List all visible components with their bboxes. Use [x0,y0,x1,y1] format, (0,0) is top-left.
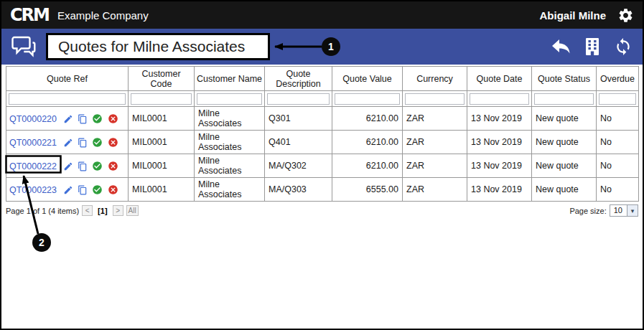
crm-logo: CRM [10,5,49,25]
reject-icon[interactable] [108,137,118,148]
filter-input[interactable] [9,93,126,105]
quote-ref-cell: QT0000223 [6,178,129,202]
column-header[interactable]: Quote Status [532,67,597,91]
quotes-table: Quote RefCustomer CodeCustomer NameQuote… [6,66,639,202]
table-row: QT0000220 MIL0001 Milne Associates Q301 … [6,107,639,131]
filter-input[interactable] [405,93,465,105]
customer-code-cell: MIL0001 [129,178,195,202]
quote-description-cell: Q301 [265,107,332,131]
column-header[interactable]: Customer Name [195,67,265,91]
filter-cell [532,91,597,107]
filter-cell [129,91,195,107]
table-row: QT0000222 MIL0001 Milne Associates MA/Q3… [6,154,639,178]
quote-ref-link[interactable]: QT0000220 [9,114,57,124]
quote-date-cell: 13 Nov 2019 [467,131,532,154]
company-building-icon[interactable] [584,37,601,56]
header-row: Quote RefCustomer CodeCustomer NameQuote… [6,67,639,91]
filter-input[interactable] [599,93,636,105]
customer-name-cell: Milne Associates [195,154,265,178]
toolbar-actions [551,37,633,56]
filter-cell [265,91,332,107]
filter-input[interactable] [534,93,594,105]
quote-status-cell: New quote [532,107,597,131]
column-header[interactable]: Quote Value [332,67,403,91]
pager-info: Page 1 of 1 (4 items) [6,207,79,215]
customer-code-cell: MIL0001 [129,154,195,178]
reject-icon[interactable] [108,161,118,171]
edit-icon[interactable] [63,185,73,195]
top-bar: CRM Example Company Abigail Milne [1,1,643,29]
column-header[interactable]: Overdue [597,67,639,91]
customer-name-cell: Milne Associates [195,107,265,131]
edit-icon[interactable] [63,114,73,124]
table-row: QT0000221 MIL0001 Milne Associates Q401 … [6,131,639,154]
quote-ref-cell: QT0000221 [6,131,129,154]
filter-input[interactable] [335,93,400,105]
edit-icon[interactable] [63,138,73,148]
column-header[interactable]: Quote Ref [6,67,129,91]
customer-name-cell: Milne Associates [195,178,265,202]
quote-ref-link[interactable]: QT0000223 [9,185,57,195]
filter-input[interactable] [131,93,192,105]
copy-icon[interactable] [78,138,88,148]
annotation-badge-2-label: 2 [39,237,45,248]
pager-next-button[interactable]: > [113,205,123,216]
quote-value-cell: 6210.00 [332,107,403,131]
quote-ref-link[interactable]: QT0000221 [9,138,57,148]
column-header[interactable]: Quote Date [467,67,532,91]
accept-icon[interactable] [92,113,103,124]
copy-icon[interactable] [78,161,88,171]
reject-icon[interactable] [108,184,118,195]
filter-input[interactable] [470,93,529,105]
refresh-icon[interactable] [614,37,633,56]
table-row: QT0000223 MIL0001 Milne Associates MA/Q3… [6,178,639,202]
pager-prev-button[interactable]: < [82,205,93,216]
accept-icon[interactable] [92,161,103,171]
filter-input[interactable] [197,93,262,105]
settings-gear-icon[interactable] [617,7,634,24]
filter-cell [467,91,532,107]
annotation-badge-2 [32,233,51,252]
quote-description-cell: Q401 [265,131,332,154]
company-name: Example Company [57,9,149,22]
quote-date-cell: 13 Nov 2019 [467,154,532,178]
filter-cell [403,91,467,107]
back-icon[interactable] [551,38,571,55]
quote-ref-link[interactable]: QT0000222 [9,161,57,171]
edit-icon[interactable] [63,161,73,171]
currency-cell: ZAR [403,107,467,131]
quote-status-cell: New quote [532,154,597,178]
currency-cell: ZAR [403,154,467,178]
column-header[interactable]: Customer Code [129,67,195,91]
copy-icon[interactable] [78,114,88,124]
page-title: Quotes for Milne Associates [46,33,270,60]
quote-status-cell: New quote [532,178,597,202]
quote-ref-cell: QT0000220 [6,107,129,131]
accept-icon[interactable] [92,137,103,148]
reject-icon[interactable] [108,113,118,124]
filter-row [6,91,639,107]
chat-icon[interactable] [11,36,36,57]
pager-all-button[interactable]: All [126,205,139,216]
quote-value-cell: 6555.00 [332,178,403,202]
filter-cell [195,91,265,107]
copy-icon[interactable] [78,185,88,195]
page-size-value: 10 [610,205,627,216]
filter-cell [597,91,639,107]
accept-icon[interactable] [92,184,103,195]
quote-description-cell: MA/Q303 [265,178,332,202]
quote-status-cell: New quote [532,131,597,154]
quote-value-cell: 6210.00 [332,154,403,178]
column-header[interactable]: Currency [403,67,467,91]
page-size-select[interactable]: 10 ▾ [610,204,638,217]
currency-cell: ZAR [403,131,467,154]
overdue-cell: No [597,154,639,178]
customer-code-cell: MIL0001 [129,107,195,131]
user-name: Abigail Milne [539,9,606,22]
overdue-cell: No [597,131,639,154]
filter-input[interactable] [267,93,330,105]
quote-ref-cell: QT0000222 [6,154,129,178]
column-header[interactable]: Quote Description [265,67,332,91]
app-window: CRM Example Company Abigail Milne Quotes… [0,0,644,330]
page-size-label: Page size: [569,207,606,215]
